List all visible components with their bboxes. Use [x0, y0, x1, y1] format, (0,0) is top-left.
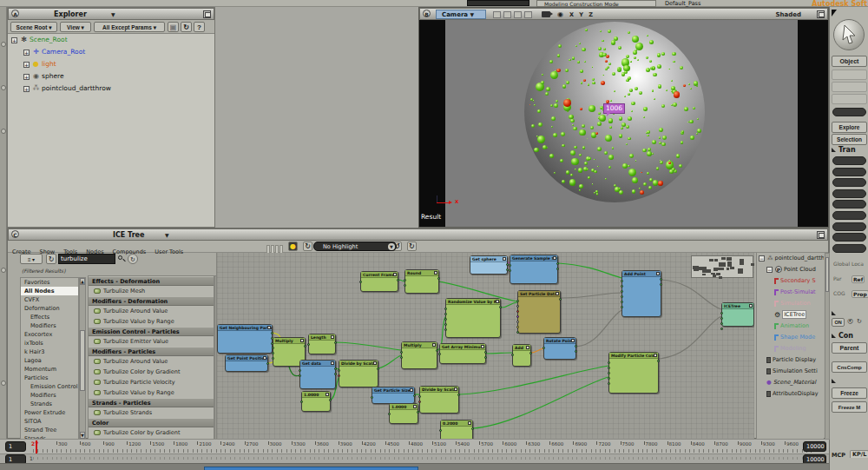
graph-node-divide-by-scalar[interactable]: Divide by Scalar [339, 360, 378, 387]
snap-on-toggle[interactable]: ON [832, 318, 845, 327]
graph-node-length[interactable]: Length [308, 334, 336, 354]
input-port[interactable] [608, 382, 610, 385]
tree-item-light[interactable]: +●light [8, 58, 214, 70]
graph-node-multiply[interactable]: Multiply [401, 341, 437, 369]
shading-mode-dropdown[interactable]: Shaded [775, 11, 801, 18]
scene-tree-attributedisplay[interactable]: AttributeDisplay [757, 388, 824, 400]
viewport-content[interactable]: 1006 x Result [419, 20, 828, 227]
output-port[interactable] [329, 399, 332, 401]
category-particles[interactable]: Particles [21, 374, 78, 382]
cached-range-bar[interactable] [204, 467, 418, 470]
freeze-m-button[interactable]: Freeze M [832, 401, 867, 413]
strip-button[interactable] [1, 85, 6, 90]
tree-item-camera_root[interactable]: +✛Camera_Root [8, 46, 214, 58]
transform-slider[interactable] [832, 244, 866, 253]
scene-tree-shape-mode[interactable]: Shape Mode [757, 332, 824, 343]
input-port[interactable] [388, 413, 391, 415]
category-strand-tree[interactable]: Strand Tree [21, 426, 78, 434]
input-port[interactable] [516, 321, 519, 323]
transform-slider[interactable] [832, 168, 866, 176]
expand-icon[interactable]: + [23, 86, 30, 92]
node-list-item[interactable]: Turbulize Strands [89, 407, 214, 418]
graph-node-get-sphere[interactable]: Get sphere [470, 255, 508, 275]
strip-button[interactable] [1, 381, 6, 386]
node-list-item[interactable]: Turbulize Emitter Value [89, 336, 214, 347]
menu-simulate[interactable]: Simulate [240, 6, 267, 7]
category-lagoa[interactable]: Lagoa [21, 356, 78, 365]
scene-tree-simulation-setti[interactable]: Simulation Setti [757, 366, 824, 377]
scene-tree-particle-display[interactable]: Particle Display [757, 354, 824, 366]
menu-face-robot[interactable]: Face Robot [297, 6, 330, 7]
category-emission-control[interactable]: Emission Control [21, 382, 78, 391]
axis-letters[interactable]: X Y Z [569, 11, 595, 18]
output-port[interactable] [471, 427, 474, 430]
output-port[interactable] [657, 360, 660, 362]
graph-node-0-2000[interactable]: 0.2000 [440, 420, 473, 440]
input-port[interactable] [621, 290, 623, 293]
node-list-item[interactable]: Turbulize Value by Range [89, 387, 214, 398]
scroll-down-icon[interactable]: ▼ [80, 432, 85, 439]
list-view-dropdown[interactable]: ≡ ▾ [20, 254, 43, 264]
graph-node-modify-particle-color[interactable]: Modify Particle Color [608, 352, 659, 394]
object-button[interactable]: Object [832, 56, 867, 67]
ice-tree-header[interactable]: C ICE Tree ▼ [8, 228, 828, 241]
input-port[interactable] [299, 369, 301, 372]
selection-button[interactable]: Selection [832, 134, 867, 145]
graph-node-1-0000[interactable]: 1.0000 [389, 403, 418, 424]
blank-button[interactable] [832, 70, 867, 80]
output-port[interactable] [437, 277, 440, 280]
node-list-item[interactable]: Turbulize Color by Gradient [89, 427, 214, 438]
transform-slider[interactable] [832, 222, 866, 231]
clear-search-icon[interactable]: ↻ [128, 254, 138, 264]
output-port[interactable] [377, 367, 379, 370]
input-port[interactable] [720, 312, 723, 314]
graph-node-divide-by-scalar[interactable]: Divide by Scalar [419, 386, 459, 414]
toggle-ref[interactable]: Ref [852, 275, 865, 283]
node-list-item[interactable]: Turbulize Color by Gradient [89, 367, 214, 377]
transform-slider[interactable] [832, 211, 866, 220]
toggle-global[interactable]: Global [833, 261, 850, 267]
output-port[interactable] [397, 279, 399, 281]
eye-icon[interactable]: ◉ [557, 10, 563, 18]
strip-button[interactable] [1, 129, 6, 134]
transform-slider[interactable] [832, 178, 866, 187]
output-port[interactable] [660, 283, 662, 286]
input-port[interactable] [621, 306, 623, 308]
category-exocortex[interactable]: Exocortex [21, 330, 78, 339]
input-port[interactable] [516, 305, 519, 308]
memo-cam-button[interactable] [514, 11, 522, 18]
input-port[interactable] [272, 347, 274, 349]
graph-node-add-point[interactable]: Add Point [621, 270, 661, 317]
camera-icon[interactable] [542, 11, 550, 17]
lock-icon[interactable]: ▣ [168, 22, 179, 32]
expand-icon[interactable]: + [23, 50, 30, 56]
input-port[interactable] [438, 353, 441, 355]
selection-box[interactable] [467, 0, 529, 6]
playback-range-ruler[interactable]: 1 1 10000 [0, 453, 829, 463]
category-modifiers[interactable]: Modifiers [21, 391, 78, 400]
category-cvfx[interactable]: CVFX [21, 295, 78, 304]
input-port[interactable] [509, 269, 511, 272]
input-port[interactable] [300, 400, 303, 403]
output-port[interactable] [417, 411, 419, 414]
snap-rotate-icon[interactable]: ↻ [857, 318, 862, 325]
select-tool-button[interactable] [833, 19, 865, 50]
highlight-dropdown[interactable]: No Highlight▼ [313, 242, 397, 251]
transform-slider[interactable] [832, 156, 866, 165]
input-port[interactable] [608, 372, 610, 374]
input-port[interactable] [516, 310, 519, 313]
menu-ice[interactable]: ICE [222, 6, 232, 7]
refresh-icon[interactable]: ↻ [46, 254, 56, 264]
input-port[interactable] [511, 354, 514, 356]
input-port[interactable] [621, 301, 623, 303]
input-port[interactable] [404, 284, 406, 287]
input-port[interactable] [444, 328, 447, 331]
input-port[interactable] [516, 315, 519, 318]
node-list-item[interactable]: Turbulize Particle Velocity [89, 377, 214, 387]
graph-node-generate-sample-set[interactable]: Generate Sample Set [510, 255, 558, 284]
input-port[interactable] [444, 318, 447, 321]
refresh-icon[interactable]: ↻ [181, 22, 192, 32]
lock-icon[interactable]: ● [288, 242, 298, 251]
scroll-thumb[interactable] [80, 330, 85, 391]
expand-icon[interactable]: + [23, 62, 30, 68]
